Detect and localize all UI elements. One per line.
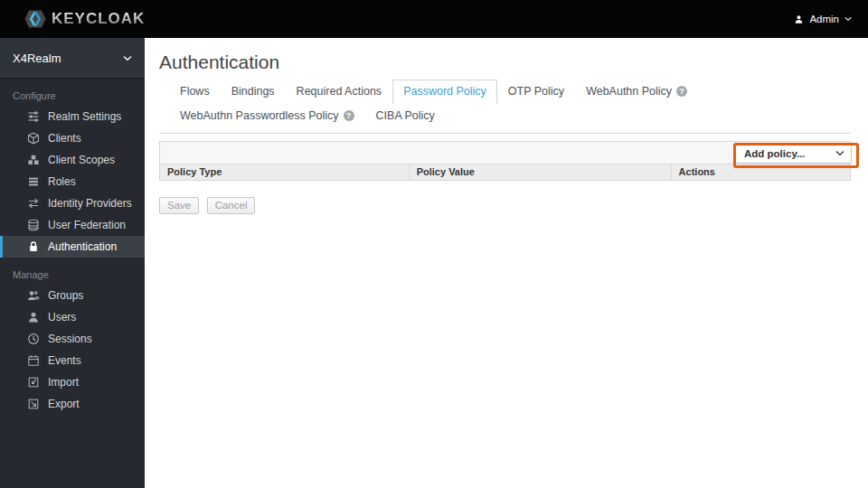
chevron-down-icon — [844, 16, 852, 22]
sidebar-item-label: Authentication — [48, 240, 117, 253]
user-menu-label: Admin — [809, 14, 839, 24]
tabs-divider — [159, 133, 851, 134]
clock-icon — [27, 333, 40, 345]
cubes-icon — [27, 154, 40, 166]
section-label-configure: Configure — [13, 90, 145, 101]
sidebar-item-label: Roles — [48, 175, 76, 188]
tab-flows[interactable]: Flows — [169, 80, 221, 104]
database-icon — [27, 219, 40, 231]
tab-otp-policy[interactable]: OTP Policy — [497, 80, 575, 104]
lock-icon — [27, 240, 40, 253]
tab-label: OTP Policy — [508, 85, 564, 98]
sidebar-item-export[interactable]: Export — [0, 393, 145, 415]
sidebar-item-label: Client Scopes — [48, 154, 115, 166]
tab-webauthn-policy[interactable]: WebAuthn Policy? — [575, 80, 698, 104]
tab-label: WebAuthn Passwordless Policy — [180, 109, 339, 122]
tab-ciba-policy[interactable]: CIBA Policy — [365, 104, 446, 128]
sliders-icon — [27, 110, 40, 123]
tab-password-policy[interactable]: Password Policy — [392, 80, 497, 104]
section-label-manage: Manage — [13, 269, 145, 280]
main-content: Authentication Flows Bindings Required A… — [145, 38, 868, 488]
sidebar-item-groups[interactable]: Groups — [0, 285, 145, 306]
help-icon[interactable]: ? — [344, 110, 354, 121]
page-title: Authentication — [159, 52, 851, 73]
calendar-icon — [27, 354, 40, 367]
keycloak-logo-icon — [24, 9, 46, 29]
column-header-policy-type: Policy Type — [160, 164, 409, 180]
sidebar-item-events[interactable]: Events — [0, 350, 145, 371]
sidebar-item-roles[interactable]: Roles — [0, 171, 145, 192]
sidebar-item-label: Groups — [48, 289, 83, 302]
sidebar-item-label: Events — [48, 354, 81, 367]
brand-title: KEYCLOAK — [52, 10, 145, 28]
sidebar-item-client-scopes[interactable]: Client Scopes — [0, 149, 145, 171]
tab-bar: Flows Bindings Required Actions Password… — [169, 80, 867, 128]
tab-bindings[interactable]: Bindings — [221, 80, 286, 104]
sidebar-item-authentication[interactable]: Authentication — [0, 236, 145, 258]
realm-selector[interactable]: X4Realm — [0, 38, 145, 79]
topbar: KEYCLOAK Admin — [0, 0, 868, 38]
sidebar-item-label: Import — [48, 376, 79, 389]
import-icon — [27, 376, 40, 389]
sidebar-item-users[interactable]: Users — [0, 306, 145, 328]
save-button[interactable]: Save — [159, 197, 199, 214]
tab-label: CIBA Policy — [376, 109, 435, 122]
sidebar-item-label: Export — [48, 398, 80, 410]
sidebar-item-label: Sessions — [48, 333, 92, 345]
tab-required-actions[interactable]: Required Actions — [286, 80, 393, 104]
tab-label: Password Policy — [403, 85, 486, 98]
cancel-button[interactable]: Cancel — [207, 197, 256, 214]
cube-icon — [27, 132, 40, 145]
exchange-icon — [27, 197, 40, 210]
sidebar-item-label: Identity Providers — [48, 197, 132, 210]
admin-user-icon — [794, 14, 804, 24]
add-policy-select-wrap: Add policy... — [734, 144, 852, 164]
sidebar-item-clients[interactable]: Clients — [0, 127, 145, 149]
sidebar-item-label: Users — [48, 311, 76, 324]
sidebar-item-identity-providers[interactable]: Identity Providers — [0, 192, 145, 214]
sidebar-item-label: Clients — [48, 132, 81, 145]
tab-label: WebAuthn Policy — [586, 85, 672, 98]
chevron-down-icon — [123, 55, 132, 61]
sidebar: X4Realm Configure Realm Settings Clients — [0, 38, 145, 488]
tab-label: Flows — [180, 85, 210, 98]
password-policy-table: Add policy... Policy Type Policy Value A… — [159, 141, 851, 181]
tab-label: Required Actions — [297, 85, 382, 98]
users-icon — [27, 289, 40, 302]
user-icon — [27, 311, 40, 324]
list-icon — [27, 175, 40, 188]
tab-label: Bindings — [231, 85, 275, 98]
table-toolbar: Add policy... — [159, 141, 851, 164]
user-menu[interactable]: Admin — [794, 14, 852, 24]
form-actions: Save Cancel — [159, 196, 851, 214]
keycloak-brand: KEYCLOAK — [24, 9, 145, 29]
sidebar-item-sessions[interactable]: Sessions — [0, 328, 145, 350]
sidebar-item-realm-settings[interactable]: Realm Settings — [0, 106, 145, 127]
help-icon[interactable]: ? — [676, 86, 687, 97]
realm-name: X4Realm — [13, 52, 61, 65]
column-header-policy-value: Policy Value — [409, 164, 671, 180]
sidebar-nav: Configure Realm Settings Clients Client … — [0, 90, 145, 415]
export-icon — [27, 398, 40, 410]
tab-webauthn-passwordless-policy[interactable]: WebAuthn Passwordless Policy? — [169, 104, 365, 128]
sidebar-item-import[interactable]: Import — [0, 371, 145, 393]
sidebar-item-user-federation[interactable]: User Federation — [0, 214, 145, 236]
sidebar-item-label: Realm Settings — [48, 110, 121, 123]
table-header-row: Policy Type Policy Value Actions — [159, 164, 851, 181]
sidebar-item-label: User Federation — [48, 219, 126, 231]
add-policy-select[interactable]: Add policy... — [734, 144, 852, 164]
column-header-actions: Actions — [671, 164, 850, 180]
